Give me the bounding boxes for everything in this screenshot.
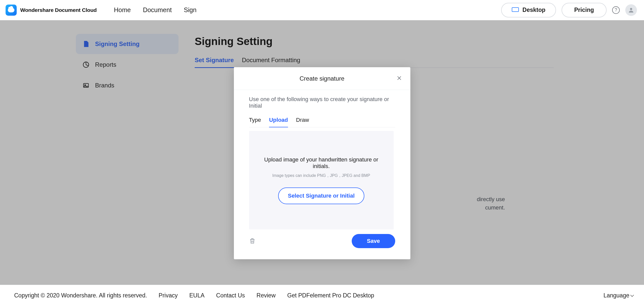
modal-tabs: Type Upload Draw [249, 117, 395, 127]
upload-hint-text: Image types can include PNG，JPG，JPEG and… [272, 173, 370, 178]
modal-overlay: directly use cument. Create signature Us… [0, 20, 644, 285]
svg-point-0 [630, 8, 632, 10]
close-button[interactable] [395, 74, 403, 84]
upload-main-text: Upload image of your handwritten signatu… [258, 156, 385, 170]
nav-home[interactable]: Home [114, 6, 131, 14]
footer-links: Privacy EULA Contact Us Review Get PDFel… [159, 292, 374, 299]
close-icon [397, 76, 402, 81]
brand-name: Wondershare Document Cloud [20, 7, 97, 13]
save-button[interactable]: Save [352, 234, 395, 248]
nav-sign[interactable]: Sign [184, 6, 196, 14]
footer-link-privacy[interactable]: Privacy [159, 292, 177, 299]
modal-tab-upload[interactable]: Upload [269, 117, 288, 127]
language-label: Language [604, 292, 629, 299]
modal-description: Use one of the following ways to create … [249, 96, 395, 109]
trash-icon [249, 238, 256, 244]
footer-link-review[interactable]: Review [257, 292, 276, 299]
footer-copyright: Copyright © 2020 Wondershare. All rights… [14, 292, 147, 299]
main-nav: Home Document Sign [114, 6, 196, 14]
app-header: Wondershare Document Cloud Home Document… [0, 0, 644, 20]
logo-icon [6, 5, 17, 16]
header-actions: Desktop Pricing ? [501, 3, 637, 17]
brand-logo[interactable]: Wondershare Document Cloud [6, 5, 97, 16]
footer-link-get-desktop[interactable]: Get PDFelement Pro DC Desktop [287, 292, 374, 299]
pricing-button-label: Pricing [574, 7, 594, 13]
delete-button[interactable] [249, 238, 256, 245]
pricing-button[interactable]: Pricing [562, 3, 607, 17]
footer-link-contact[interactable]: Contact Us [216, 292, 245, 299]
help-icon[interactable]: ? [612, 6, 620, 14]
footer: Copyright © 2020 Wondershare. All rights… [0, 285, 644, 306]
create-signature-modal: Create signature Use one of the followin… [234, 67, 410, 259]
nav-document[interactable]: Document [143, 6, 172, 14]
avatar[interactable] [625, 4, 637, 16]
footer-link-eula[interactable]: EULA [189, 292, 205, 299]
background-partial-text: directly use cument. [477, 195, 505, 212]
monitor-icon [512, 7, 519, 13]
modal-footer: Save [234, 229, 410, 248]
modal-title: Create signature [300, 75, 344, 82]
desktop-button-label: Desktop [522, 7, 545, 13]
upload-panel: Upload image of your handwritten signatu… [249, 131, 394, 229]
modal-tab-draw[interactable]: Draw [296, 117, 309, 127]
modal-body: Use one of the following ways to create … [234, 90, 410, 229]
modal-header: Create signature [234, 67, 410, 90]
select-signature-button[interactable]: Select Signature or Initial [278, 187, 364, 204]
chevron-down-icon [630, 293, 634, 297]
modal-tab-type[interactable]: Type [249, 117, 261, 127]
desktop-button[interactable]: Desktop [501, 3, 556, 17]
language-selector[interactable]: Language [604, 292, 633, 299]
